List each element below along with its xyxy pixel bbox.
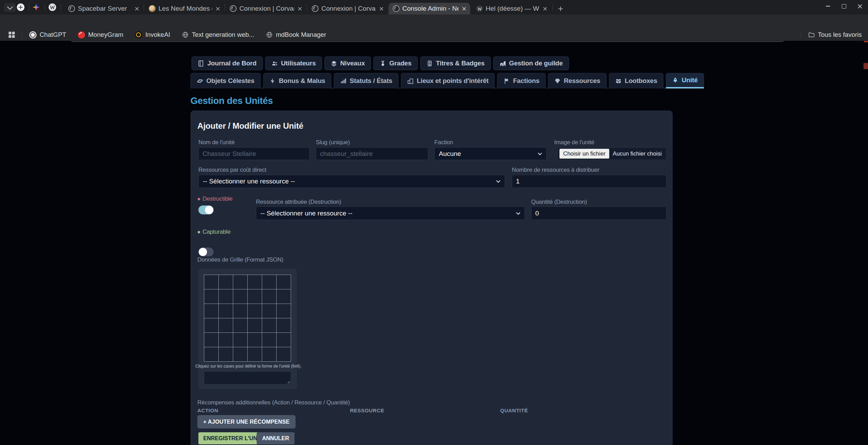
tab-close-icon[interactable] — [133, 5, 140, 12]
window-close-button[interactable] — [852, 0, 868, 12]
minimize-icon — [826, 6, 830, 7]
distribute-count-input[interactable] — [512, 175, 666, 188]
browser-tab[interactable]: Hel (déesse) — Wikipédia — [472, 3, 551, 14]
all-bookmarks-button[interactable]: Tous les favoris — [808, 31, 862, 39]
tab-title: Spacebar Server — [78, 5, 131, 12]
tab-label: Lieux et points d'intérêt — [417, 77, 489, 85]
window-minimize-button[interactable] — [820, 0, 836, 12]
grid-cell[interactable] — [262, 289, 277, 304]
pinned-tab-gemini[interactable] — [32, 3, 41, 12]
tab-close-icon[interactable] — [214, 5, 221, 12]
grid-cell[interactable] — [204, 347, 219, 362]
grid-cell[interactable] — [219, 289, 233, 304]
grid-cell[interactable] — [204, 304, 219, 318]
browser-tab[interactable]: Connexion | Corvara — [308, 3, 388, 14]
grid-cell[interactable] — [248, 289, 262, 304]
bookmark-text-generation[interactable]: Text generation web... — [182, 31, 254, 39]
nav-niveaux[interactable]: Niveaux — [324, 56, 371, 70]
browser-tab[interactable]: Les Neuf Mondes de la Mythol — [145, 3, 224, 14]
window-maximize-button[interactable] — [836, 0, 852, 12]
nav-titres-badges[interactable]: Titres & Badges — [420, 56, 491, 70]
grid-cell[interactable] — [204, 289, 219, 304]
separator — [801, 32, 801, 38]
grid-cell[interactable] — [233, 318, 248, 333]
destruction-resource-select[interactable]: -- Sélectionner une ressource -- — [256, 206, 525, 220]
grid-cell[interactable] — [277, 275, 291, 289]
tab-close-icon[interactable] — [296, 5, 303, 12]
grid-cell[interactable] — [277, 347, 291, 362]
cancel-button[interactable]: ANNULER — [257, 432, 294, 444]
pinned-tab-ornament[interactable] — [16, 3, 25, 12]
grid-cell[interactable] — [219, 304, 233, 318]
grid-cell[interactable] — [204, 318, 219, 333]
tab-close-icon[interactable] — [378, 5, 385, 12]
tab-title: Hel (déesse) — Wikipédia — [486, 5, 539, 12]
grid-cell[interactable] — [277, 318, 291, 333]
image-file-input[interactable]: Choisir un fichier Aucun fichier choisi — [557, 147, 666, 160]
tab-lootboxes[interactable]: Lootboxes — [609, 73, 663, 88]
destruction-qty-label: Quantité (Destruction) — [531, 199, 587, 205]
cost-resource-select[interactable]: -- Sélectionner une ressource -- — [198, 175, 505, 188]
grid-cell[interactable] — [248, 333, 262, 347]
nav-grades[interactable]: Grades — [373, 56, 417, 70]
tab-lieux-points-interet[interactable]: Lieux et points d'intérêt — [401, 73, 495, 88]
tab-factions[interactable]: Factions — [497, 73, 546, 88]
grid-cell[interactable] — [233, 333, 248, 347]
grid-cell[interactable] — [262, 275, 277, 289]
pinned-tab-wordpress[interactable] — [48, 3, 57, 12]
bookmark-chatgpt[interactable]: ChatGPT — [29, 31, 66, 39]
browser-tab[interactable]: Connexion | Corvara — [226, 3, 306, 14]
grid-cell[interactable] — [233, 304, 248, 318]
grid-cell[interactable] — [219, 333, 233, 347]
grid-cell[interactable] — [277, 333, 291, 347]
grid-cell[interactable] — [277, 289, 291, 304]
grid-cell[interactable] — [233, 347, 248, 362]
tab-unite-active[interactable]: Unité — [666, 73, 704, 88]
tab-search-button[interactable] — [4, 3, 16, 12]
faction-select[interactable]: Aucune — [434, 147, 547, 160]
name-input[interactable] — [198, 147, 310, 160]
grid-cell[interactable] — [204, 333, 219, 347]
new-tab-button[interactable] — [555, 3, 566, 14]
separator — [45, 4, 45, 10]
tab-title: Connexion | Corvara — [321, 5, 376, 12]
choose-file-button[interactable]: Choisir un fichier — [559, 149, 609, 159]
bookmark-moneygram[interactable]: MoneyGram — [78, 31, 123, 39]
grid-cell[interactable] — [233, 275, 248, 289]
grid-cell[interactable] — [262, 304, 277, 318]
nav-utilisateurs[interactable]: Utilisateurs — [265, 56, 322, 70]
tab-statuts-etats[interactable]: Statuts / États — [334, 73, 399, 88]
slug-input[interactable] — [316, 147, 428, 160]
destruction-qty-input[interactable] — [531, 206, 666, 220]
grid-cell[interactable] — [262, 347, 277, 362]
admin-primary-nav: Journal de Bord Utilisateurs Niveaux Gra… — [192, 56, 569, 70]
grid-cell[interactable] — [219, 318, 233, 333]
grid-cell[interactable] — [204, 275, 219, 289]
grid-cell[interactable] — [219, 275, 233, 289]
grid-cell[interactable] — [262, 318, 277, 333]
grid-cell[interactable] — [248, 304, 262, 318]
tab-bonus-malus[interactable]: Bonus & Malus — [263, 73, 332, 88]
tab-objets-celestes[interactable]: Objets Célestes — [190, 73, 261, 88]
destructible-toggle[interactable] — [198, 205, 214, 214]
nav-gestion-guilde[interactable]: Gestion de guilde — [493, 56, 569, 70]
bookmark-invokeai[interactable]: InvokeAI — [135, 31, 170, 39]
nav-journal-de-bord[interactable]: Journal de Bord — [192, 56, 263, 70]
bookmark-mdbook[interactable]: mdBook Manager — [266, 31, 326, 39]
grid-cell[interactable] — [262, 333, 277, 347]
grid-cell[interactable] — [248, 318, 262, 333]
tab-close-icon[interactable] — [541, 5, 548, 12]
tab-close-icon[interactable] — [461, 5, 467, 12]
grid-cell[interactable] — [219, 347, 233, 362]
tab-ressources[interactable]: Ressources — [548, 73, 607, 88]
grid-cell[interactable] — [248, 275, 262, 289]
add-reward-button[interactable]: + AJOUTER UNE RÉCOMPENSE — [197, 415, 296, 428]
grid-cell[interactable] — [233, 289, 248, 304]
browser-tab-active[interactable]: Console Admin - Nexus — [389, 3, 470, 14]
grid-cell[interactable] — [248, 347, 262, 362]
grid-json-textarea[interactable] — [204, 371, 291, 384]
grid-cell[interactable] — [277, 304, 291, 318]
capturable-toggle[interactable] — [198, 247, 214, 256]
browser-tab[interactable]: Spacebar Server — [64, 3, 143, 14]
apps-grid-icon[interactable] — [9, 32, 15, 38]
